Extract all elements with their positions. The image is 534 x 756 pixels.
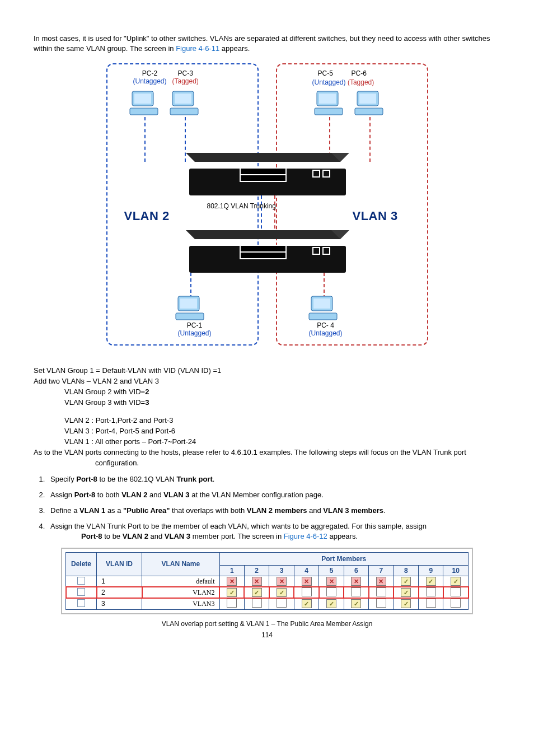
setup-l6: VLAN 3 : Port-4, Port-5 and Port-6 [34, 426, 500, 437]
delete-checkbox[interactable] [77, 577, 85, 585]
port-cell[interactable]: ✓ [219, 587, 244, 598]
cross-icon[interactable]: ✕ [351, 577, 361, 586]
port-cell[interactable] [419, 587, 443, 598]
port-cell[interactable]: ✓ [294, 598, 318, 609]
port-cell[interactable] [344, 587, 368, 598]
svg-rect-7 [319, 94, 336, 104]
pc6-icon [354, 90, 385, 119]
step-2: Assign Port-8 to both VLAN 2 and VLAN 3 … [47, 490, 500, 500]
figure-link-4-6-12[interactable]: Figure 4-6-12 [284, 532, 327, 540]
empty-icon[interactable] [277, 599, 287, 608]
step-1: Specify Port-8 to be the 802.1Q VLAN Tru… [47, 474, 500, 484]
intro-t1: In most cases, it is used for " [34, 34, 127, 43]
port-cell[interactable]: ✕ [369, 576, 394, 587]
port-cell[interactable]: ✓ [319, 598, 344, 609]
pc2-label: PC-2(Untagged) [133, 70, 167, 86]
empty-icon[interactable] [426, 599, 436, 608]
steps-list: Specify Port-8 to be the 802.1Q VLAN Tru… [34, 474, 500, 542]
setup-l7: VLAN 1 : All other ports – Port-7~Port-2… [34, 437, 500, 447]
hdr-port-7: 7 [369, 565, 394, 576]
conn-pc6 [369, 117, 371, 162]
check-icon[interactable]: ✓ [401, 577, 411, 586]
cross-icon[interactable]: ✕ [302, 577, 312, 586]
pc1-icon [175, 295, 205, 324]
delete-checkbox[interactable] [77, 599, 85, 607]
port-cell[interactable] [443, 587, 469, 598]
delete-checkbox[interactable] [77, 588, 85, 596]
check-icon[interactable]: ✓ [401, 599, 411, 608]
cross-icon[interactable]: ✕ [376, 577, 386, 586]
figure-link-4-6-11[interactable]: Figure 4-6-11 [176, 44, 219, 53]
hdr-vlanname: VLAN Name [142, 552, 220, 576]
step-3: Define a VLAN 1 as a "Public Area" that … [47, 506, 500, 516]
port-cell[interactable]: ✓ [394, 576, 418, 587]
port-cell[interactable] [294, 587, 318, 598]
port-cell[interactable] [244, 598, 269, 609]
empty-icon[interactable] [252, 599, 262, 608]
pc2-icon [129, 90, 160, 119]
pc6-label: PC-6 [352, 70, 367, 78]
cross-icon[interactable]: ✕ [252, 577, 262, 586]
port-cell[interactable]: ✕ [269, 576, 294, 587]
check-icon[interactable]: ✓ [227, 588, 237, 597]
check-icon[interactable]: ✓ [401, 588, 411, 597]
hdr-delete: Delete [66, 552, 97, 576]
setup-l1: Set VLAN Group 1 = Default-VLAN with VID… [34, 366, 500, 376]
intro-uplink: Uplink [127, 34, 147, 43]
port-cell[interactable]: ✓ [394, 587, 418, 598]
page-number: 114 [34, 631, 500, 639]
cell-vlanid: 1 [97, 576, 142, 587]
check-icon[interactable]: ✓ [426, 577, 436, 586]
port-cell[interactable] [219, 598, 244, 609]
svg-rect-11 [355, 108, 383, 115]
port-cell[interactable]: ✕ [294, 576, 318, 587]
cell-vlanid: 3 [97, 598, 142, 609]
cell-vlanname: VLAN2 [142, 587, 220, 598]
empty-icon[interactable] [227, 599, 237, 608]
hdr-port-1: 1 [219, 565, 244, 576]
hdr-port-members: Port Members [219, 552, 468, 565]
port-cell[interactable]: ✕ [244, 576, 269, 587]
port-cell[interactable]: ✓ [443, 576, 469, 587]
setup-l3: VLAN Group 2 with VID=2 [34, 387, 500, 398]
setup-l2: Add two VLANs – VLAN 2 and VLAN 3 [34, 376, 500, 387]
port-cell[interactable]: ✓ [244, 587, 269, 598]
port-cell[interactable]: ✓ [394, 598, 418, 609]
port-cell[interactable]: ✓ [419, 576, 443, 587]
pc4-label: PC- 4(Untagged) [309, 322, 343, 338]
pc5-label: PC-5 [318, 70, 333, 78]
setup-l8: As to the VLAN ports connecting to the h… [34, 447, 500, 469]
port-cell[interactable] [419, 598, 443, 609]
cell-vlanname: default [142, 576, 220, 587]
port-cell[interactable]: ✕ [344, 576, 368, 587]
check-icon[interactable]: ✓ [326, 599, 336, 608]
port-cell[interactable] [369, 598, 394, 609]
check-icon[interactable]: ✓ [351, 599, 361, 608]
port-cell[interactable]: ✕ [219, 576, 244, 587]
empty-icon[interactable] [376, 587, 386, 596]
switch-top [189, 153, 346, 195]
check-icon[interactable]: ✓ [302, 599, 312, 608]
empty-icon[interactable] [351, 587, 361, 596]
check-icon[interactable]: ✓ [277, 588, 287, 597]
check-icon[interactable]: ✓ [252, 588, 262, 597]
empty-icon[interactable] [451, 587, 461, 596]
port-cell[interactable]: ✓ [344, 598, 368, 609]
empty-icon[interactable] [426, 587, 436, 596]
empty-icon[interactable] [326, 587, 336, 596]
port-cell[interactable] [369, 587, 394, 598]
port-cell[interactable] [319, 587, 344, 598]
empty-icon[interactable] [451, 599, 461, 608]
table-row: 2VLAN2✓✓✓✓ [66, 587, 469, 598]
cross-icon[interactable]: ✕ [227, 577, 237, 586]
cross-icon[interactable]: ✕ [277, 577, 287, 586]
port-cell[interactable] [443, 598, 469, 609]
port-cell[interactable]: ✓ [269, 587, 294, 598]
port-cell[interactable]: ✕ [319, 576, 344, 587]
empty-icon[interactable] [302, 587, 312, 596]
port-cell[interactable] [269, 598, 294, 609]
check-icon[interactable]: ✓ [451, 577, 461, 586]
empty-icon[interactable] [376, 599, 386, 608]
svg-rect-1 [134, 94, 151, 104]
cross-icon[interactable]: ✕ [326, 577, 336, 586]
